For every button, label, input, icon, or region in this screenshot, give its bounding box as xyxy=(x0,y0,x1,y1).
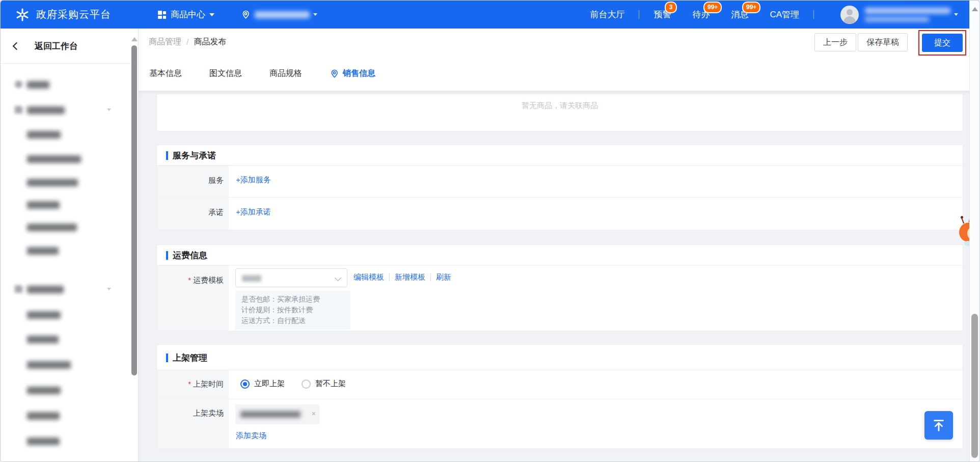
nav-messages[interactable]: 消息 99+ xyxy=(731,9,748,20)
section-title: 上架管理 xyxy=(173,352,207,364)
nav-todo[interactable]: 待办 99+ xyxy=(692,9,710,20)
prev-step-button[interactable]: 上一步 xyxy=(814,33,856,51)
nav-front-hall[interactable]: 前台大厅 xyxy=(590,9,624,20)
sidebar-item[interactable] xyxy=(1,222,130,232)
form-tabs: 基本信息 图文信息 商品规格 销售信息 xyxy=(149,68,403,86)
save-draft-button[interactable]: 保存草稿 xyxy=(858,33,908,51)
promise-label: 承诺 xyxy=(157,198,229,230)
refresh-link[interactable]: 刷新 xyxy=(436,273,451,282)
freight-template-select[interactable] xyxy=(235,268,347,287)
alerts-badge: 3 xyxy=(665,2,677,13)
freight-info-line: 是否包邮：买家承担运费 xyxy=(241,294,344,305)
sidebar-scrollbar-thumb[interactable] xyxy=(131,45,137,375)
section-header: 运费信息 xyxy=(157,245,963,265)
nav-alerts[interactable]: 预警 3 xyxy=(654,9,671,20)
select-chevron-icon xyxy=(335,275,341,281)
template-links: 编辑模板 新增模板 刷新 xyxy=(353,273,451,282)
sidebar-item[interactable] xyxy=(1,334,130,344)
sidebar-item[interactable] xyxy=(1,310,130,320)
radio-shelf-later[interactable] xyxy=(302,379,311,389)
anchor-pin-icon xyxy=(330,69,339,78)
sidebar-scroll-up-arrow[interactable] xyxy=(131,37,138,41)
section-accent-bar xyxy=(166,251,168,260)
freight-template-row: *运费模板 编辑模板 新增模板 刷新 是否包邮：买家承 xyxy=(157,265,963,331)
breadcrumb-parent[interactable]: 商品管理 xyxy=(149,37,181,47)
tab-product-spec[interactable]: 商品规格 xyxy=(269,68,302,86)
radio-shelf-later-label[interactable]: 暂不上架 xyxy=(315,379,346,389)
section-title: 服务与承诺 xyxy=(173,150,216,161)
user-menu-chevron-icon[interactable] xyxy=(954,13,958,16)
required-asterisk: * xyxy=(188,380,191,388)
shelf-market-row: 上架卖场 × 添加卖场 xyxy=(157,399,963,448)
sidebar-item[interactable] xyxy=(1,360,130,370)
redacted-user-name xyxy=(865,8,950,14)
nav-ca-management[interactable]: CA管理 xyxy=(770,9,799,20)
required-asterisk: * xyxy=(188,276,191,284)
freight-template-label: *运费模板 xyxy=(157,265,229,331)
new-template-link[interactable]: 新增模板 xyxy=(395,273,425,282)
sidebar-group[interactable] xyxy=(1,284,130,294)
tab-sales-info[interactable]: 销售信息 xyxy=(330,68,375,86)
service-mascot-widget[interactable] xyxy=(958,215,970,248)
market-tag: × xyxy=(235,404,319,424)
window-scrollbar-thumb[interactable] xyxy=(971,314,978,458)
submit-button[interactable]: 提交 xyxy=(922,34,963,52)
add-promise-link[interactable]: +添加承诺 xyxy=(236,207,271,217)
chevron-down-icon xyxy=(313,13,317,16)
breadcrumb-separator: / xyxy=(186,38,188,47)
shelf-card: 上架管理 *上架时间 立即上架 暂不上架 上架卖场 xyxy=(156,344,963,449)
radio-shelf-now[interactable] xyxy=(240,379,250,389)
sidebar-item[interactable] xyxy=(1,200,130,210)
redacted-market-name xyxy=(240,411,301,418)
service-promise-card: 服务与承诺 服务 +添加服务 承诺 +添加承诺 xyxy=(156,145,963,230)
user-info[interactable] xyxy=(865,8,950,22)
shelf-time-label: *上架时间 xyxy=(157,370,229,399)
sidebar-item[interactable] xyxy=(1,411,130,421)
radio-shelf-now-label[interactable]: 立即上架 xyxy=(254,379,285,389)
nav-product-center-label: 商品中心 xyxy=(171,9,205,20)
section-accent-bar xyxy=(166,151,168,160)
sidebar-item[interactable] xyxy=(1,154,130,164)
user-avatar[interactable] xyxy=(840,6,859,24)
sidebar: 返回工作台 xyxy=(1,29,139,462)
nav-product-center[interactable]: 商品中心 xyxy=(158,9,214,20)
scrollbar-up-arrow[interactable] xyxy=(972,7,978,11)
remove-tag-icon[interactable]: × xyxy=(312,410,316,418)
add-market-link[interactable]: 添加卖场 xyxy=(236,431,266,441)
tab-basic-info[interactable]: 基本信息 xyxy=(149,68,182,86)
section-accent-bar xyxy=(166,354,168,362)
freight-info-line: 计价规则：按件数计费 xyxy=(241,305,344,315)
ca-label: CA管理 xyxy=(770,9,799,20)
service-row: 服务 +添加服务 xyxy=(157,166,963,198)
sidebar-item[interactable] xyxy=(1,385,130,395)
back-to-top-icon xyxy=(931,418,946,433)
todo-badge: 99+ xyxy=(703,2,722,13)
link-divider xyxy=(430,274,431,281)
location-pin-icon xyxy=(241,10,251,19)
back-to-top-button[interactable] xyxy=(924,411,953,440)
breadcrumb-current: 商品发布 xyxy=(194,37,226,47)
window-scrollbar xyxy=(969,1,979,461)
sidebar-item[interactable] xyxy=(1,129,130,140)
tab-image-text-info[interactable]: 图文信息 xyxy=(209,68,242,86)
breadcrumb: 商品管理 / 商品发布 xyxy=(149,37,226,47)
location-selector[interactable] xyxy=(241,10,317,19)
edit-template-link[interactable]: 编辑模板 xyxy=(353,273,384,282)
redacted-location-text xyxy=(255,11,310,18)
submit-annotation-box: 提交 xyxy=(918,30,966,56)
back-to-workbench[interactable]: 返回工作台 xyxy=(1,29,138,64)
sidebar-group[interactable] xyxy=(1,105,130,115)
redacted-select-value xyxy=(242,275,261,282)
sidebar-item[interactable] xyxy=(1,177,130,187)
sidebar-item[interactable] xyxy=(1,79,130,90)
page-topbar: 商品管理 / 商品发布 上一步 保存草稿 提交 基本信息 图文信息 商品规格 销… xyxy=(139,29,970,91)
link-divider xyxy=(389,274,390,281)
grid-menu-icon xyxy=(158,11,166,19)
service-label: 服务 xyxy=(157,166,229,197)
sidebar-item[interactable] xyxy=(1,436,130,446)
front-hall-label: 前台大厅 xyxy=(590,9,624,20)
sidebar-item[interactable] xyxy=(1,246,130,256)
form-scroll-area: 暂无商品，请关联商品 服务与承诺 服务 +添加服务 承诺 +添加承诺 运费信息 xyxy=(139,91,970,462)
add-service-link[interactable]: +添加服务 xyxy=(236,175,271,185)
back-to-workbench-label: 返回工作台 xyxy=(35,40,78,52)
